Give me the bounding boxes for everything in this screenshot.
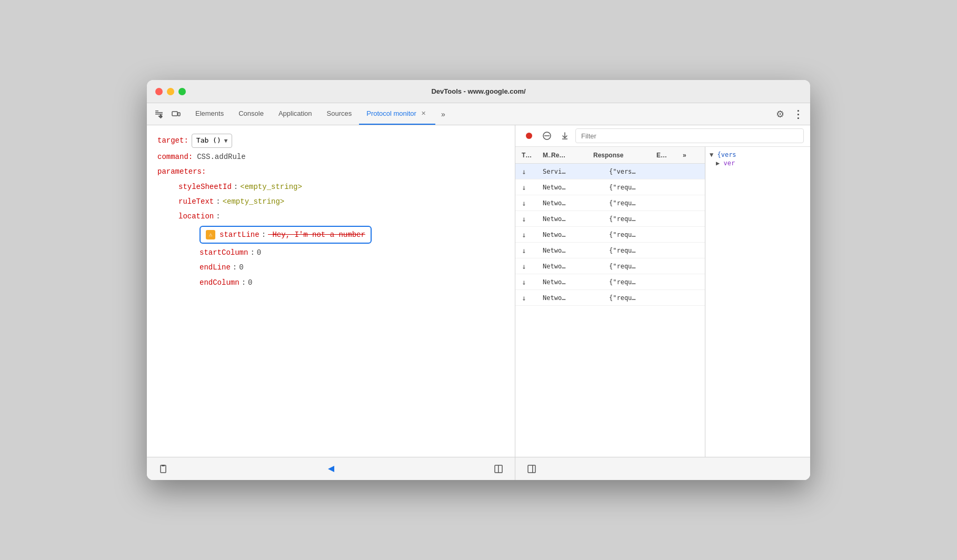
close-button[interactable] <box>155 88 163 95</box>
svg-rect-2 <box>155 114 163 115</box>
row-response: {"requ… <box>609 263 672 270</box>
send-icon <box>326 464 336 474</box>
send-button[interactable] <box>323 461 339 477</box>
filter-input[interactable] <box>575 128 804 143</box>
row-arrow: ↓ <box>522 262 543 271</box>
save-icon <box>561 132 569 140</box>
startline-warning-line: ⚠ startLine : Hey, I'm not a number <box>200 226 372 244</box>
table-row[interactable]: ↓ Network.re… {"requ… <box>515 243 705 258</box>
more-tabs-button[interactable]: » <box>435 106 451 122</box>
dropdown-arrow-icon: ▼ <box>224 136 228 146</box>
svg-marker-7 <box>328 466 334 472</box>
parameters-line: parameters: <box>157 166 504 177</box>
toolbar: Elements Console Application Sources Pro… <box>147 103 810 125</box>
window-title: DevTools - www.google.com/ <box>431 87 525 95</box>
endcolumn-line: endColumn : 0 <box>157 277 504 288</box>
record-button[interactable] <box>522 128 536 143</box>
tab-bar: Elements Console Application Sources Pro… <box>188 103 451 125</box>
settings-button[interactable]: ⚙ <box>772 106 788 122</box>
col-header-expand[interactable]: » <box>683 152 699 159</box>
tab-console[interactable]: Console <box>231 103 271 125</box>
save-button[interactable] <box>557 128 572 143</box>
tab-protocol-monitor[interactable]: Protocol monitor ✕ <box>359 103 435 125</box>
row-method: Network.re… <box>543 199 567 207</box>
inspect-icon-button[interactable] <box>151 106 167 122</box>
col-header-t: T… <box>522 152 543 159</box>
warning-icon: ⚠ <box>206 230 215 239</box>
command-key: command: <box>157 151 193 163</box>
table-row[interactable]: ↓ Network.lo… {"requ… <box>515 258 705 274</box>
svg-rect-6 <box>162 465 165 466</box>
location-line: location : <box>157 211 504 222</box>
tab-application[interactable]: Application <box>271 103 320 125</box>
clipboard-icon <box>158 464 168 474</box>
table-row[interactable]: ↓ Network.re… {"requ… <box>515 179 705 195</box>
row-arrow: ↓ <box>522 215 543 223</box>
tab-elements[interactable]: Elements <box>188 103 231 125</box>
row-method: Network.re… <box>543 278 567 286</box>
row-arrow: ↓ <box>522 231 543 239</box>
right-panel-main: T… Method Re… Response E… » ↓ ServiceWo… <box>515 147 810 457</box>
window-controls <box>155 88 186 95</box>
devtools-window: DevTools - www.google.com/ <box>147 80 810 480</box>
detail-row-2: ▶ ver <box>710 159 806 167</box>
svg-rect-9 <box>498 465 499 473</box>
row-arrow: ↓ <box>522 199 543 207</box>
svg-rect-15 <box>532 465 533 473</box>
pm-table-body: ↓ ServiceWo… {"vers… ↓ Network.re… {"req… <box>515 164 705 457</box>
row-arrow: ↓ <box>522 167 543 176</box>
endline-line: endLine : 0 <box>157 262 504 273</box>
maximize-button[interactable] <box>178 88 186 95</box>
clear-button[interactable] <box>540 128 554 143</box>
detail-row-1: ▼ {vers <box>710 151 806 158</box>
svg-rect-1 <box>155 112 163 113</box>
toggle-panel-button[interactable] <box>491 461 506 477</box>
table-row[interactable]: ↓ Network.re… {"requ… <box>515 211 705 227</box>
ruletext-line: ruleText : <empty_string> <box>157 196 504 207</box>
row-method: Network.re… <box>543 184 567 191</box>
row-method: Network.lo… <box>543 263 567 270</box>
clipboard-button[interactable] <box>155 461 171 477</box>
row-method: Network.re… <box>543 231 567 238</box>
row-method: ServiceWo… <box>543 168 567 175</box>
row-method: Network.re… <box>543 294 567 302</box>
row-response: {"requ… <box>609 231 672 238</box>
table-row[interactable]: ↓ Network.re… {"requ… <box>515 227 705 243</box>
tab-close-button[interactable]: ✕ <box>420 109 428 118</box>
device-icon <box>171 109 181 119</box>
target-key: target: <box>157 135 188 146</box>
row-response: {"vers… <box>609 168 672 175</box>
right-detail-panel: ▼ {vers ▶ ver <box>705 147 810 457</box>
table-row[interactable]: ↓ Network.re… {"requ… <box>515 195 705 211</box>
row-method: Network.re… <box>543 247 567 254</box>
svg-rect-0 <box>155 111 158 112</box>
target-dropdown[interactable]: Tab () ▼ <box>192 134 233 148</box>
table-row[interactable]: ↓ Network.re… {"requ… <box>515 290 705 306</box>
svg-point-10 <box>526 133 532 139</box>
col-header-request: Re… <box>551 152 593 159</box>
table-row[interactable]: ↓ ServiceWo… {"vers… <box>515 164 705 179</box>
row-response: {"requ… <box>609 199 672 207</box>
row-arrow: ↓ <box>522 294 543 302</box>
right-panel: T… Method Re… Response E… » ↓ ServiceWo… <box>515 125 810 480</box>
titlebar: DevTools - www.google.com/ <box>147 80 810 103</box>
table-row[interactable]: ↓ Network.re… {"requ… <box>515 274 705 290</box>
toggle-right-panel-icon <box>527 464 536 474</box>
row-arrow: ↓ <box>522 246 543 255</box>
tab-sources[interactable]: Sources <box>320 103 360 125</box>
pm-table: T… Method Re… Response E… » ↓ ServiceWo… <box>515 147 705 457</box>
toggle-right-panel-button[interactable] <box>524 461 540 477</box>
minimize-button[interactable] <box>167 88 174 95</box>
target-line: target: Tab () ▼ <box>157 134 504 148</box>
left-panel: target: Tab () ▼ command: CSS.addRule pa… <box>147 125 515 480</box>
kebab-menu-button[interactable]: ⋮ <box>790 106 806 122</box>
row-arrow: ↓ <box>522 183 543 192</box>
record-icon <box>525 132 533 140</box>
clear-icon <box>543 132 551 140</box>
svg-rect-5 <box>161 465 166 473</box>
command-line: command: CSS.addRule <box>157 151 504 163</box>
col-header-response: Response <box>593 152 656 159</box>
pm-table-header: T… Method Re… Response E… » <box>515 147 705 164</box>
device-toggle-button[interactable] <box>168 106 184 122</box>
toolbar-icon-group <box>151 106 184 122</box>
